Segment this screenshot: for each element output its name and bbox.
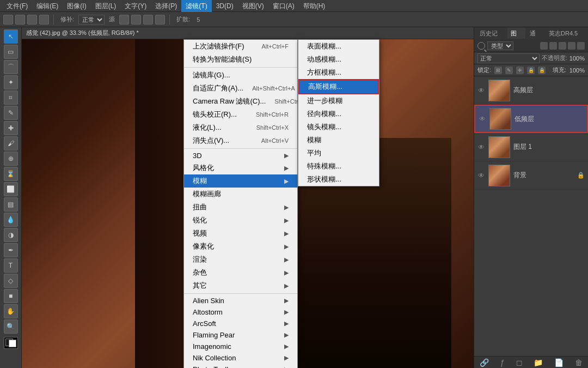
- tool-pen[interactable]: ✒: [4, 243, 18, 257]
- search-type-smart[interactable]: [577, 42, 585, 50]
- tool-eyedropper[interactable]: ✎: [4, 106, 18, 120]
- search-type-shape[interactable]: [568, 42, 575, 50]
- fm-photo-toolbox[interactable]: Photo-Toolbox ▶: [184, 364, 297, 368]
- layer-item-low-freq[interactable]: 👁 低频层: [474, 105, 588, 133]
- tab-dr[interactable]: 英志DR4.5知: [546, 28, 586, 39]
- fm-blur[interactable]: 模糊 ▶: [184, 174, 297, 188]
- search-type-select[interactable]: 类型: [487, 41, 513, 50]
- tab-channels[interactable]: 通道: [526, 28, 544, 39]
- fm-flaming-pear[interactable]: Flaming Pear ▶: [184, 329, 297, 341]
- tool-text[interactable]: T: [4, 258, 18, 273]
- menu-view[interactable]: 视图(V): [238, 0, 268, 12]
- fm-altostorm[interactable]: Altostorm ▶: [184, 306, 297, 318]
- fm-liquify[interactable]: 液化(L)... Shift+Ctrl+X: [184, 121, 297, 134]
- toolbar-btn-2[interactable]: [15, 15, 25, 25]
- fm-imagenomic[interactable]: Imagenomic ▶: [184, 341, 297, 352]
- fm-last-filter[interactable]: 上次滤镜操作(F) Alt+Ctrl+F: [184, 40, 297, 53]
- sm-average[interactable]: 平均: [298, 147, 379, 160]
- tool-stamp[interactable]: ⊕: [4, 152, 18, 166]
- menu-text[interactable]: 文字(Y): [120, 0, 151, 12]
- sm-gaussian-blur[interactable]: 高斯模糊...: [298, 79, 379, 94]
- menu-3d[interactable]: 3D(D): [212, 0, 238, 12]
- fm-filter-gallery[interactable]: 滤镜库(G)...: [184, 69, 297, 82]
- fm-smart-filter[interactable]: 转换为智能滤镜(S): [184, 53, 297, 66]
- toolbar-btn-8[interactable]: [155, 15, 165, 25]
- tool-hand[interactable]: ✋: [4, 304, 18, 318]
- layer-item-layer1[interactable]: 👁 图层 1: [474, 133, 588, 161]
- fm-blur-gallery[interactable]: 模糊画廊: [184, 188, 297, 201]
- fm-render[interactable]: 渲染 ▶: [184, 253, 297, 266]
- tool-dodge[interactable]: ◑: [4, 228, 18, 242]
- fm-adaptive-wide[interactable]: 自适应广角(A)... Alt+Shift+Ctrl+A: [184, 82, 297, 95]
- sm-lens-blur[interactable]: 镜头模糊...: [298, 120, 379, 134]
- tool-gradient[interactable]: ▤: [4, 197, 18, 212]
- toolbar-btn-3[interactable]: [27, 15, 37, 25]
- lock-artboard[interactable]: 🔒: [527, 67, 535, 74]
- layer-item-background[interactable]: 👁 背景 🔒: [474, 161, 588, 190]
- fm-nik-collection[interactable]: Nik Collection ▶: [184, 352, 297, 364]
- layer-eye-high-freq[interactable]: 👁: [477, 87, 485, 94]
- toolbar-btn-6[interactable]: [131, 15, 141, 25]
- tool-wand[interactable]: ✦: [4, 75, 18, 89]
- toolbar-btn-7[interactable]: [143, 15, 153, 25]
- tab-layers[interactable]: 图层: [507, 28, 525, 39]
- tool-path[interactable]: ◇: [4, 274, 18, 288]
- fm-alien-skin[interactable]: Alien Skin ▶: [184, 295, 297, 306]
- add-style-btn[interactable]: ƒ: [500, 358, 505, 367]
- fm-arcsoft[interactable]: ArcSoft ▶: [184, 318, 297, 329]
- menu-window[interactable]: 窗口(A): [268, 0, 299, 12]
- fm-sharpen[interactable]: 锐化 ▶: [184, 214, 297, 227]
- foreground-bg-color[interactable]: [4, 337, 18, 349]
- fm-stylize[interactable]: 风格化 ▶: [184, 161, 297, 174]
- lock-pixels[interactable]: ✎: [505, 67, 513, 74]
- menu-image[interactable]: 图像(I): [63, 0, 90, 12]
- add-mask-btn[interactable]: ◻: [516, 358, 523, 367]
- tool-marquee[interactable]: ▭: [4, 45, 18, 59]
- layer-item-high-freq[interactable]: 👁 高频层: [474, 76, 588, 105]
- tool-eraser[interactable]: ⬜: [4, 182, 18, 196]
- tool-lasso[interactable]: ⌒: [4, 60, 18, 74]
- lock-position[interactable]: ✛: [516, 67, 524, 74]
- fm-camera-raw[interactable]: Camera Raw 滤镜(C)... Shift+Ctrl+A: [184, 95, 297, 108]
- mode-select[interactable]: 正常: [78, 15, 105, 25]
- menu-filter[interactable]: 滤镜(T): [181, 0, 211, 12]
- fm-vanish[interactable]: 消失点(V)... Alt+Ctrl+V: [184, 134, 297, 147]
- sm-blur[interactable]: 模糊: [298, 134, 379, 147]
- tool-heal[interactable]: ✚: [4, 121, 18, 135]
- fm-pixelate[interactable]: 像素化 ▶: [184, 240, 297, 253]
- tool-zoom[interactable]: 🔍: [4, 319, 18, 334]
- tool-shape[interactable]: ■: [4, 289, 18, 303]
- fm-other[interactable]: 其它 ▶: [184, 279, 297, 292]
- tool-history[interactable]: ⌛: [4, 167, 18, 181]
- sm-box-blur[interactable]: 方框模糊...: [298, 66, 379, 79]
- sm-shape-blur[interactable]: 形状模糊...: [298, 173, 379, 186]
- menu-edit[interactable]: 编辑(E): [32, 0, 63, 12]
- search-type-text[interactable]: [559, 42, 566, 50]
- fm-3d[interactable]: 3D ▶: [184, 150, 297, 161]
- sm-surface-blur[interactable]: 表面模糊...: [298, 40, 379, 53]
- layer-eye-background[interactable]: 👁: [477, 172, 485, 179]
- lock-all[interactable]: 🔒: [538, 67, 546, 74]
- new-layer-btn[interactable]: 📄: [554, 358, 564, 367]
- new-group-btn[interactable]: 📁: [534, 358, 543, 367]
- search-type-pixel[interactable]: [540, 42, 548, 50]
- tool-move[interactable]: ↖: [4, 29, 18, 44]
- menu-file[interactable]: 文件(F): [2, 0, 32, 12]
- fm-video[interactable]: 视频 ▶: [184, 227, 297, 240]
- sm-further-blur[interactable]: 进一步模糊: [298, 94, 379, 107]
- fm-distort[interactable]: 扭曲 ▶: [184, 201, 297, 214]
- menu-select[interactable]: 选择(P): [151, 0, 181, 12]
- search-type-adjust[interactable]: [549, 42, 557, 50]
- fm-lens-correct[interactable]: 镜头校正(R)... Shift+Ctrl+R: [184, 108, 297, 121]
- toolbar-btn-5[interactable]: [119, 15, 129, 25]
- blend-mode-select[interactable]: 正常: [477, 53, 540, 63]
- toolbar-btn-4[interactable]: [39, 15, 49, 25]
- tool-blur[interactable]: 💧: [4, 213, 18, 227]
- tool-crop[interactable]: ⌗: [4, 91, 18, 105]
- delete-layer-btn[interactable]: 🗑: [575, 358, 583, 367]
- link-layers-btn[interactable]: 🔗: [480, 358, 489, 367]
- menu-layer[interactable]: 图层(L): [91, 0, 121, 12]
- sm-radial-blur[interactable]: 径向模糊...: [298, 107, 379, 120]
- lock-transparent[interactable]: ⊞: [494, 67, 502, 74]
- sm-smart-blur[interactable]: 特殊模糊...: [298, 160, 379, 173]
